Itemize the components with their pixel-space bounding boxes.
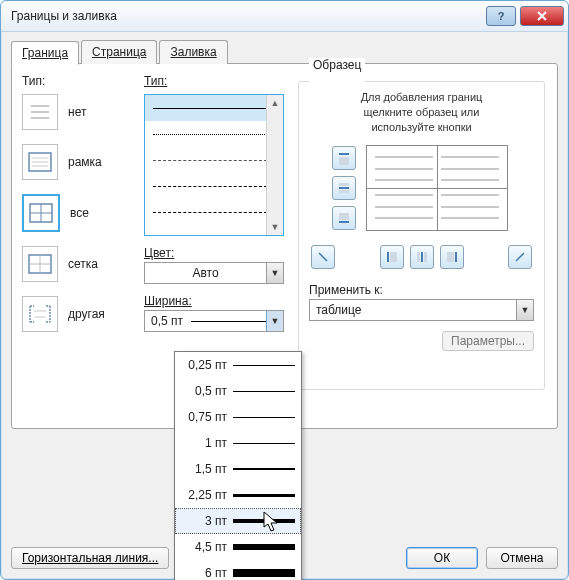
- preview-group: Образец Для добавления границ щелкните о…: [296, 74, 547, 418]
- svg-rect-24: [390, 252, 397, 262]
- width-option[interactable]: 6 пт: [175, 560, 301, 580]
- width-option[interactable]: 1 пт: [175, 430, 301, 456]
- preset-none-icon: [22, 94, 58, 130]
- preset-box-label: рамка: [68, 155, 102, 169]
- border-preset-group: Тип: нет рамка: [22, 74, 132, 418]
- border-right-button[interactable]: [440, 245, 464, 269]
- svg-rect-15: [339, 153, 349, 155]
- close-button[interactable]: [520, 6, 564, 26]
- line-style-dash[interactable]: [145, 173, 283, 199]
- preset-grid-icon: [22, 246, 58, 282]
- color-value: Авто: [145, 266, 266, 280]
- preset-grid[interactable]: сетка: [22, 246, 132, 282]
- title-bar: Границы и заливка ?: [1, 1, 568, 32]
- width-option[interactable]: 0,75 пт: [175, 404, 301, 430]
- tab-border[interactable]: Граница: [11, 41, 79, 65]
- line-style-dash-l[interactable]: [145, 199, 283, 225]
- preset-all-icon: [22, 194, 60, 232]
- preview-left-buttons: [332, 146, 356, 230]
- style-group-label: Тип:: [144, 74, 284, 88]
- apply-to-combo[interactable]: таблице ▼: [309, 299, 534, 321]
- border-bottom-button[interactable]: [332, 206, 356, 230]
- preset-custom[interactable]: другая: [22, 296, 132, 332]
- width-option[interactable]: 1,5 пт: [175, 456, 301, 482]
- color-combo[interactable]: Авто ▼: [144, 262, 284, 284]
- preset-none[interactable]: нет: [22, 94, 132, 130]
- tab-fill[interactable]: Заливка: [159, 40, 227, 64]
- apply-to-dropdown-icon[interactable]: ▼: [516, 300, 533, 320]
- width-option[interactable]: 2,25 пт: [175, 482, 301, 508]
- svg-rect-28: [455, 252, 457, 262]
- preset-custom-icon: [22, 296, 58, 332]
- svg-rect-17: [339, 187, 349, 189]
- svg-rect-19: [339, 190, 349, 193]
- width-value: 0,5 пт: [151, 314, 183, 328]
- preset-all[interactable]: все: [22, 194, 132, 232]
- svg-rect-21: [339, 213, 349, 220]
- line-style-listbox[interactable]: ▲ ▼: [144, 94, 284, 236]
- width-option[interactable]: 4,5 пт: [175, 534, 301, 560]
- svg-line-30: [516, 253, 524, 261]
- preset-group-label: Тип:: [22, 74, 132, 88]
- border-vmid-button[interactable]: [410, 245, 434, 269]
- scroll-up-icon[interactable]: ▲: [267, 95, 283, 111]
- preview-hint: Для добавления границ щелкните образец и…: [309, 90, 534, 135]
- help-button[interactable]: ?: [486, 6, 516, 26]
- color-dropdown-icon[interactable]: ▼: [266, 263, 283, 283]
- preset-box-icon: [22, 144, 58, 180]
- preset-none-label: нет: [68, 105, 86, 119]
- svg-rect-26: [417, 252, 420, 262]
- width-option[interactable]: 0,25 пт: [175, 352, 301, 378]
- window-title: Границы и заливка: [11, 9, 482, 23]
- width-label: Ширина:: [144, 294, 284, 308]
- preset-grid-label: сетка: [68, 257, 98, 271]
- dialog-window: Границы и заливка ? Граница Страница Зал…: [0, 0, 569, 580]
- svg-rect-18: [339, 183, 349, 186]
- color-label: Цвет:: [144, 246, 284, 260]
- svg-rect-20: [339, 221, 349, 223]
- options-button: Параметры...: [442, 331, 534, 351]
- border-top-button[interactable]: [332, 146, 356, 170]
- svg-rect-23: [387, 252, 389, 262]
- svg-rect-25: [421, 252, 423, 262]
- width-value-line: [191, 321, 266, 322]
- tab-page[interactable]: Страница: [81, 40, 157, 64]
- svg-rect-27: [424, 252, 427, 262]
- apply-to-label: Применить к:: [309, 283, 534, 297]
- svg-rect-29: [447, 252, 454, 262]
- svg-line-22: [319, 253, 327, 261]
- ok-button[interactable]: ОК: [406, 547, 478, 569]
- border-hmid-button[interactable]: [332, 176, 356, 200]
- width-dropdown-list[interactable]: 0,25 пт 0,5 пт 0,75 пт 1 пт 1,5 пт 2,25 …: [174, 351, 302, 580]
- width-option[interactable]: 0,5 пт: [175, 378, 301, 404]
- preset-box[interactable]: рамка: [22, 144, 132, 180]
- line-style-solid[interactable]: [145, 95, 283, 121]
- border-diag-up-button[interactable]: [508, 245, 532, 269]
- width-option[interactable]: 3 пт: [175, 508, 301, 534]
- border-diag-down-button[interactable]: [311, 245, 335, 269]
- horizontal-line-button[interactable]: Горизонтальная линия...: [11, 547, 169, 569]
- apply-to-value: таблице: [310, 303, 516, 317]
- width-combo[interactable]: 0,5 пт ▼: [144, 310, 284, 332]
- cancel-button[interactable]: Отмена: [486, 547, 558, 569]
- tab-strip: Граница Страница Заливка: [11, 40, 558, 64]
- border-left-button[interactable]: [380, 245, 404, 269]
- preview-canvas[interactable]: [366, 145, 508, 231]
- width-dropdown-icon[interactable]: ▼: [266, 311, 283, 331]
- scroll-down-icon[interactable]: ▼: [267, 219, 283, 235]
- style-scrollbar[interactable]: ▲ ▼: [266, 95, 283, 235]
- preset-custom-label: другая: [68, 307, 105, 321]
- svg-rect-16: [339, 157, 349, 165]
- line-style-dotted[interactable]: [145, 121, 283, 147]
- preset-all-label: все: [70, 206, 89, 220]
- line-style-dash-s[interactable]: [145, 147, 283, 173]
